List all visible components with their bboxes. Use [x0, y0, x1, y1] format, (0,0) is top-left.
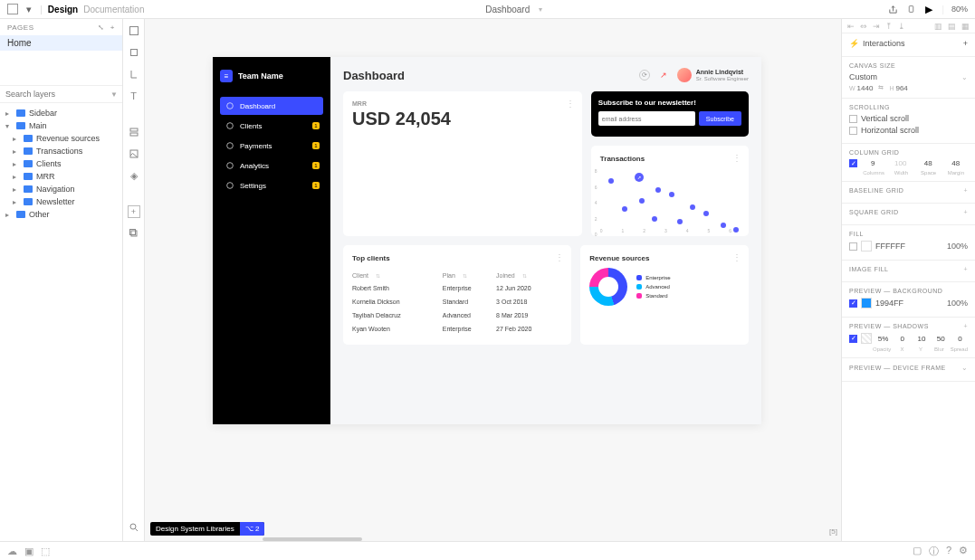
- square-grid-header[interactable]: Square Grid: [849, 209, 899, 215]
- preview-bg-opacity[interactable]: 100%: [947, 299, 968, 308]
- add-icon[interactable]: +: [963, 266, 968, 272]
- link-icon[interactable]: ↗: [658, 70, 669, 81]
- help-icon[interactable]: ?: [946, 545, 951, 558]
- collapse-icon[interactable]: ⤡: [98, 24, 105, 32]
- play-icon[interactable]: ▶: [923, 4, 934, 14]
- shadow-value[interactable]: 0: [952, 335, 968, 343]
- align-top-icon[interactable]: ⤒: [885, 22, 893, 31]
- align-left-icon[interactable]: ⇤: [847, 22, 855, 31]
- artboard-tool-icon[interactable]: [128, 24, 140, 37]
- layer-item[interactable]: ▸MRR: [0, 170, 122, 183]
- table-header[interactable]: Client⇅: [352, 270, 443, 281]
- project-name[interactable]: Design: [48, 5, 78, 14]
- table-header[interactable]: Joined⇅: [496, 270, 562, 281]
- fill-checkbox[interactable]: [849, 242, 857, 251]
- more-icon[interactable]: ⋮: [555, 252, 564, 262]
- artboard-dashboard[interactable]: ≡ Team Name DashboardClients1Payments1An…: [213, 57, 761, 424]
- layer-item[interactable]: ▸Newsletter: [0, 195, 122, 208]
- preview-bg-swatch[interactable]: [861, 298, 872, 308]
- image-tool-icon[interactable]: [128, 147, 140, 160]
- share-icon[interactable]: [887, 4, 898, 14]
- chevron-down-icon[interactable]: ⌄: [961, 73, 968, 81]
- avatar[interactable]: [677, 68, 692, 82]
- search-icon[interactable]: [128, 521, 140, 534]
- info-icon[interactable]: ⓘ: [929, 545, 939, 558]
- shadow-value[interactable]: 50: [933, 335, 949, 343]
- more-icon[interactable]: ⋮: [566, 99, 575, 109]
- preview-bg-checkbox[interactable]: ✓: [849, 299, 857, 308]
- layer-item[interactable]: ▸Clients: [0, 157, 122, 170]
- shadow-value[interactable]: 5%: [875, 335, 891, 343]
- preview-frame-header[interactable]: Preview — Device Frame: [849, 365, 946, 371]
- table-row[interactable]: Tayibah DelacruzAdvanced8 Mar 2019: [352, 308, 562, 322]
- add-icon[interactable]: +: [963, 39, 968, 48]
- stack-tool-icon[interactable]: [128, 126, 140, 138]
- grid-value[interactable]: 9: [861, 159, 885, 167]
- frame-tool-icon[interactable]: [128, 46, 140, 59]
- nav-item[interactable]: Dashboard: [220, 97, 323, 115]
- shadow-value[interactable]: 0: [894, 335, 910, 343]
- grid-icon[interactable]: ▦: [961, 22, 970, 31]
- shadow-value[interactable]: 10: [913, 335, 929, 343]
- device-icon[interactable]: [905, 4, 916, 14]
- swap-icon[interactable]: ⇆: [878, 84, 884, 92]
- layer-item[interactable]: ▸Navigation: [0, 183, 122, 195]
- layers-icon[interactable]: ▣: [24, 546, 33, 557]
- refresh-icon[interactable]: ⟳: [639, 70, 650, 81]
- email-input[interactable]: [598, 111, 695, 126]
- chevron-down-icon[interactable]: ▾: [24, 4, 34, 14]
- more-icon[interactable]: ⋮: [732, 252, 741, 262]
- fill-opacity[interactable]: 100%: [947, 242, 968, 251]
- align-right-icon[interactable]: ⇥: [873, 22, 880, 31]
- settings-icon[interactable]: ⚙: [959, 545, 968, 558]
- layer-item[interactable]: ▾Main: [0, 119, 122, 132]
- add-icon[interactable]: +: [963, 209, 968, 215]
- baseline-grid-header[interactable]: Baseline Grid: [849, 187, 903, 194]
- layer-item[interactable]: ▸Sidebar: [0, 107, 122, 119]
- table-row[interactable]: Kyan WootenEnterprise27 Feb 2020: [352, 322, 562, 336]
- canvas-mode[interactable]: Custom: [849, 72, 958, 81]
- cloud-icon[interactable]: ☁: [7, 546, 17, 557]
- distribute-h-icon[interactable]: ▥: [934, 22, 942, 31]
- search-input[interactable]: [5, 90, 107, 99]
- subscribe-button[interactable]: Subscribe: [699, 111, 741, 126]
- vertical-scroll-checkbox[interactable]: [849, 115, 857, 123]
- layer-item[interactable]: ▸Revenue sources: [0, 132, 122, 145]
- fill-swatch[interactable]: [861, 241, 872, 252]
- layer-item[interactable]: ▸Other: [0, 208, 122, 221]
- nav-item[interactable]: Clients1: [220, 117, 323, 135]
- table-row[interactable]: Kornelia DicksonStandard3 Oct 2018: [352, 295, 562, 308]
- image-fill-header[interactable]: Image Fill: [849, 266, 889, 272]
- cursor-icon[interactable]: ⬚: [41, 546, 50, 557]
- nav-item[interactable]: Analytics1: [220, 157, 323, 175]
- add-page-icon[interactable]: +: [110, 24, 115, 32]
- layer-search[interactable]: ▼: [0, 85, 122, 103]
- page-name[interactable]: Dashboard: [485, 5, 530, 14]
- canvas[interactable]: ≡ Team Name DashboardClients1Payments1An…: [145, 19, 841, 541]
- canvas-height[interactable]: 964: [895, 84, 907, 92]
- interactions-label[interactable]: Interactions: [863, 39, 960, 48]
- align-bottom-icon[interactable]: ⤓: [898, 22, 905, 31]
- shadow-swatch[interactable]: [861, 333, 872, 344]
- preview-bg-hex[interactable]: 1994FF: [875, 299, 943, 308]
- table-row[interactable]: Robert SmithEnterprise12 Jun 2020: [352, 281, 562, 295]
- more-icon[interactable]: ⋮: [732, 153, 741, 163]
- fill-hex[interactable]: FFFFFF: [875, 242, 943, 251]
- grid-value[interactable]: 48: [916, 159, 941, 167]
- device-icon[interactable]: ▢: [913, 545, 922, 558]
- shape-tool-icon[interactable]: [128, 68, 140, 81]
- component-tool-icon[interactable]: ◈: [128, 169, 140, 182]
- align-center-icon[interactable]: ⇔: [860, 22, 867, 31]
- distribute-v-icon[interactable]: ▤: [948, 22, 956, 31]
- page-item-home[interactable]: Home: [0, 35, 122, 51]
- chevron-down-icon[interactable]: ▼: [110, 90, 118, 99]
- zoom-level[interactable]: 80%: [951, 5, 968, 14]
- nav-item[interactable]: Settings1: [220, 176, 323, 195]
- text-tool-icon[interactable]: T: [128, 90, 140, 102]
- horizontal-scrollbar[interactable]: [145, 537, 841, 541]
- add-icon[interactable]: +: [963, 323, 968, 329]
- plus-tool-icon[interactable]: +: [128, 205, 140, 218]
- shadow-checkbox[interactable]: ✓: [849, 335, 857, 343]
- grid-value[interactable]: 48: [944, 159, 969, 167]
- chevron-down-icon[interactable]: ▾: [535, 4, 546, 14]
